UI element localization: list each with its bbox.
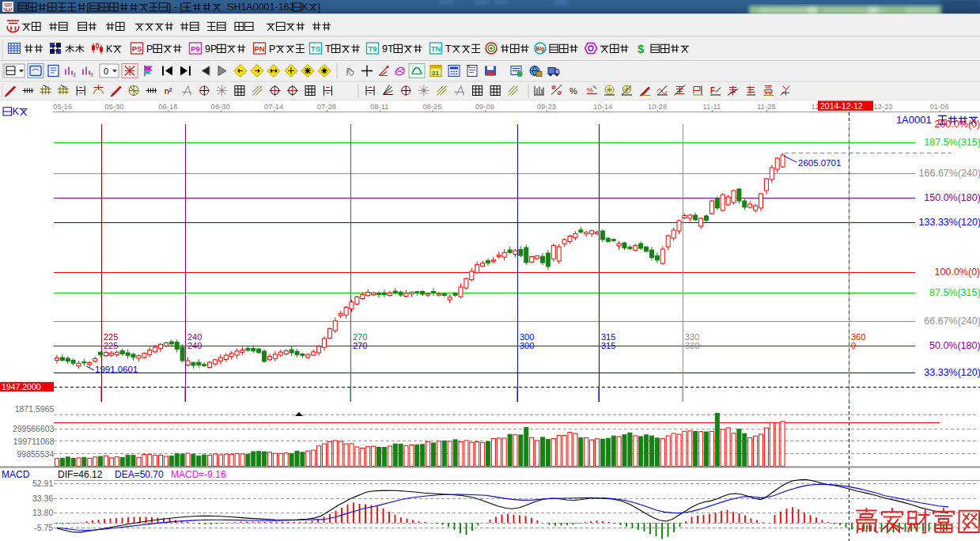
svg-text:133.33%(120): 133.33%(120) [919, 217, 980, 228]
svg-text:9P: 9P [205, 44, 217, 55]
svg-text:2605.0701: 2605.0701 [798, 158, 841, 168]
svg-text:01-06: 01-06 [929, 102, 948, 111]
svg-text:12-23: 12-23 [873, 102, 892, 111]
svg-text:3: 3 [73, 72, 76, 78]
svg-text:Big: Big [535, 46, 544, 52]
svg-text:MACD: MACD [2, 469, 30, 480]
svg-text:33.33%(120): 33.33%(120) [924, 367, 980, 378]
svg-text:33.36: 33.36 [32, 494, 53, 503]
svg-text:100.0%(0): 100.0%(0) [935, 267, 980, 278]
svg-text:PN: PN [254, 44, 264, 53]
svg-text:F: F [710, 86, 715, 95]
svg-text:PS: PS [132, 44, 142, 53]
svg-text:P: P [269, 44, 275, 55]
svg-text:200.0%(0): 200.0%(0) [935, 119, 980, 130]
svg-text:06-30: 06-30 [211, 102, 230, 111]
svg-text:%: % [569, 86, 577, 96]
svg-text:T: T [325, 44, 331, 55]
svg-text:07-28: 07-28 [317, 102, 336, 111]
svg-text:09-23: 09-23 [537, 102, 556, 111]
svg-text:150.0%(180): 150.0%(180) [924, 192, 980, 203]
svg-text:21: 21 [432, 70, 439, 77]
svg-text:13.80: 13.80 [32, 508, 53, 517]
svg-text:1871.5965: 1871.5965 [15, 404, 55, 414]
svg-text:[: [ [87, 2, 90, 13]
svg-text:300: 300 [520, 341, 534, 350]
svg-text:50.0%(180): 50.0%(180) [929, 340, 980, 351]
svg-text:52.91: 52.91 [32, 479, 53, 488]
svg-text:TN: TN [431, 44, 441, 53]
svg-text:06-16: 06-16 [158, 102, 177, 111]
svg-text:270: 270 [353, 341, 367, 350]
svg-text:9: 9 [90, 72, 93, 78]
svg-text:TS: TS [311, 44, 320, 53]
svg-text:99855534: 99855534 [17, 449, 55, 459]
svg-text:9T: 9T [382, 44, 394, 55]
svg-text:240: 240 [187, 341, 202, 350]
svg-text:299566603: 299566603 [13, 424, 55, 433]
svg-text:66.67%(240): 66.67%(240) [924, 316, 980, 327]
svg-text:08-11: 08-11 [370, 102, 389, 111]
svg-text:P: P [146, 44, 153, 55]
svg-text:] - [: ] - [ [168, 2, 184, 13]
svg-text:10-14: 10-14 [593, 102, 612, 111]
svg-text:315: 315 [601, 341, 615, 350]
svg-text:-5.75: -5.75 [34, 523, 53, 532]
svg-text:225: 225 [104, 341, 118, 350]
svg-text:09-09: 09-09 [475, 102, 494, 111]
svg-text:199711068: 199711068 [13, 437, 55, 446]
svg-text:05-16: 05-16 [53, 102, 72, 111]
svg-text:K: K [301, 2, 308, 13]
svg-text:T9: T9 [368, 44, 376, 53]
svg-text:0: 0 [851, 341, 856, 350]
svg-text:1A0001: 1A0001 [896, 114, 937, 126]
svg-text:87.5%(315): 87.5%(315) [929, 287, 980, 298]
svg-text:0: 0 [104, 66, 108, 76]
svg-text:SH1A0001-162: SH1A0001-162 [221, 2, 294, 13]
svg-text:$: $ [638, 42, 645, 55]
svg-text:K: K [106, 44, 113, 55]
svg-text:K: K [13, 106, 20, 117]
svg-text:1947.2000: 1947.2000 [2, 382, 41, 392]
svg-text:05-30: 05-30 [104, 102, 123, 111]
svg-text:DIF=46.12: DIF=46.12 [58, 469, 103, 480]
svg-text:10-28: 10-28 [648, 102, 667, 111]
svg-text:07-14: 07-14 [264, 102, 283, 111]
svg-text:166.67%(240): 166.67%(240) [919, 168, 980, 179]
svg-text:n²: n² [165, 86, 172, 96]
svg-text:11-25: 11-25 [757, 102, 776, 111]
svg-text:1991.0601: 1991.0601 [95, 365, 138, 374]
svg-text:T: T [445, 44, 452, 55]
svg-text:DEA=50.70: DEA=50.70 [115, 469, 164, 480]
svg-text:2014-12-12: 2014-12-12 [820, 101, 863, 111]
svg-text:08-25: 08-25 [422, 102, 441, 111]
svg-text:]: ] [318, 2, 320, 13]
svg-text:P9: P9 [191, 44, 200, 53]
svg-text:MACD=-9.16: MACD=-9.16 [171, 469, 226, 480]
svg-text:11-11: 11-11 [703, 102, 721, 111]
svg-text:187.5%(315): 187.5%(315) [924, 137, 980, 148]
svg-text:%: % [587, 86, 593, 94]
svg-text:330: 330 [685, 341, 699, 350]
